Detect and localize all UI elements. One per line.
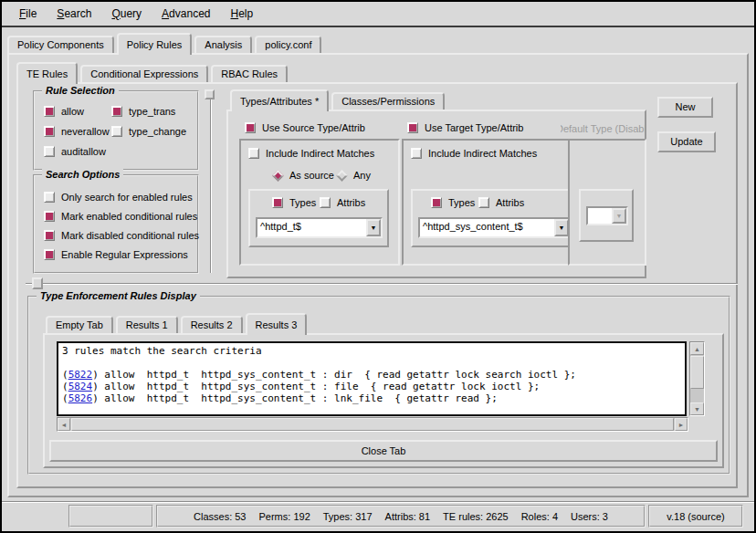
checkbox-source-types[interactable]: Types (272, 197, 316, 208)
rule-row: (5822) allow httpd_t httpd_sys_content_t… (62, 369, 681, 381)
checkbox-only-search-enabled[interactable]: Only search for enabled rules (44, 192, 193, 203)
main-tab-bar: Policy Components Policy Rules Analysis … (7, 31, 324, 53)
checkbox-target-attribs[interactable]: Attribs (478, 197, 524, 208)
menu-item-help[interactable]: Help (220, 3, 263, 25)
checkbox-use-target-type[interactable]: Use Target Type/Attrib (407, 122, 523, 133)
checkbox-type-trans[interactable]: type_trans (111, 106, 175, 117)
stat-perms: Perms: 192 (253, 511, 317, 522)
tab-policy-components[interactable]: Policy Components (7, 36, 114, 53)
checkbox-indicator (431, 197, 442, 208)
status-box-counts: Classes: 53 Perms: 192 Types: 317 Attrib… (156, 505, 646, 528)
checkbox-enable-regex[interactable]: Enable Regular Expressions (44, 249, 188, 260)
checkbox-indicator (44, 249, 55, 260)
checkbox-source-include-indirect[interactable]: Include Indirect Matches (248, 148, 374, 159)
checkbox-target-include-indirect[interactable]: Include Indirect Matches (411, 148, 537, 159)
checkbox-indicator (44, 146, 55, 157)
tab-results-1[interactable]: Results 1 (116, 316, 178, 333)
checkbox-indicator (411, 148, 422, 159)
radio-indicator (272, 170, 284, 182)
dropdown-arrow-icon[interactable]: ▼ (554, 219, 569, 236)
status-box-version: v.18 (source) (648, 505, 743, 528)
tab-policy-conf[interactable]: policy.conf (255, 36, 321, 53)
scroll-right-icon[interactable]: ► (675, 418, 688, 431)
results-tab-bar: Empty Tab Results 1 Results 2 Results 3 (46, 311, 310, 333)
checkbox-allow[interactable]: allow (44, 106, 84, 117)
rule-link[interactable]: 5824 (68, 381, 93, 392)
tab-policy-rules[interactable]: Policy Rules (117, 33, 193, 55)
subtab-conditional-expressions[interactable]: Conditional Expressions (80, 65, 208, 82)
apol-window: File Search Query Advanced Help Policy C… (0, 0, 756, 533)
checkbox-target-types[interactable]: Types (431, 197, 475, 208)
checkbox-indicator (248, 148, 259, 159)
radio-indicator (336, 170, 348, 182)
checkbox-source-attribs[interactable]: Attribs (320, 197, 365, 208)
scroll-up-icon[interactable]: ▲ (690, 342, 704, 355)
checkbox-mark-disabled-conditional[interactable]: Mark disabled conditional rules (44, 230, 199, 241)
rule-link[interactable]: 5826 (68, 392, 93, 404)
stat-users: Users: 3 (564, 511, 614, 522)
menu-item-search[interactable]: Search (47, 3, 101, 25)
stat-classes: Classes: 53 (187, 511, 252, 522)
tab-results-3[interactable]: Results 3 (246, 313, 308, 335)
target-type-combobox[interactable]: ^httpd_sys_content_t$ ▼ (418, 217, 571, 238)
vertical-sash-handle[interactable] (205, 89, 215, 99)
checkbox-indicator (111, 106, 122, 117)
menu-item-advanced[interactable]: Advanced (152, 3, 220, 25)
stat-types: Types: 317 (317, 511, 379, 522)
scroll-left-icon[interactable]: ◄ (58, 418, 70, 431)
target-types-frame: Types Attribs ^httpd_sys_content_t$ ▼ (411, 189, 577, 247)
stat-roles: Roles: 4 (515, 511, 564, 522)
default-type-combobox: ▼ (586, 206, 628, 225)
target-frame: Include Indirect Matches Types Attribs ^… (402, 139, 586, 266)
checkbox-indicator (44, 126, 55, 137)
checkbox-indicator (44, 211, 55, 222)
dropdown-arrow-icon[interactable]: ▼ (366, 219, 381, 236)
menu-item-file[interactable]: File (9, 3, 47, 25)
rule-link[interactable]: 5822 (68, 369, 93, 381)
group-te-rules-display-title: Type Enforcement Rules Display (37, 290, 200, 301)
default-type-label: Default Type (Disabled) (561, 123, 645, 134)
checkbox-neverallow[interactable]: neverallow (44, 126, 110, 137)
default-type-frame: ▼ (568, 139, 646, 266)
scrollbar-thumb[interactable] (71, 418, 674, 431)
checkbox-mark-enabled-conditional[interactable]: Mark enabled conditional rules (44, 211, 197, 222)
radio-as-source[interactable]: As source (272, 170, 334, 181)
checkbox-indicator (44, 230, 55, 241)
tab-classes-permissions[interactable]: Classes/Permissions (331, 92, 445, 110)
subtab-rbac-rules[interactable]: RBAC Rules (211, 65, 288, 82)
results-horizontal-scrollbar[interactable]: ◄ ► (57, 417, 688, 432)
group-rule-selection-title: Rule Selection (42, 85, 119, 96)
checkbox-type-change[interactable]: type_change (111, 126, 186, 137)
source-type-combobox[interactable]: ^httpd_t$ ▼ (256, 217, 383, 238)
tab-types-attributes[interactable]: Types/Attributes * (230, 89, 329, 111)
new-button[interactable]: New (657, 97, 713, 118)
horizontal-sash-handle[interactable] (32, 277, 43, 289)
horizontal-sash[interactable] (26, 283, 738, 285)
tab-results-2[interactable]: Results 2 (181, 316, 243, 333)
close-tab-button[interactable]: Close Tab (49, 440, 718, 462)
checkbox-auditallow[interactable]: auditallow (44, 146, 106, 157)
status-box-empty (68, 505, 153, 528)
source-types-frame: Types Attribs ^httpd_t$ ▼ (248, 189, 389, 247)
vertical-sash[interactable] (210, 89, 212, 273)
checkbox-indicator (478, 197, 489, 208)
update-button[interactable]: Update (657, 131, 716, 152)
checkbox-indicator (272, 197, 283, 208)
tab-empty-tab[interactable]: Empty Tab (46, 316, 113, 333)
stat-attribs: Attribs: 81 (379, 511, 437, 522)
results-header: 3 rules match the search criteria (62, 345, 681, 357)
scroll-down-icon[interactable]: ▼ (690, 402, 704, 415)
results-vertical-scrollbar[interactable]: ▲ ▼ (689, 341, 705, 416)
scrollbar-thumb[interactable] (690, 356, 704, 389)
checkbox-indicator (320, 197, 331, 208)
tab-analysis[interactable]: Analysis (194, 36, 252, 53)
results-textarea[interactable]: 3 rules match the search criteria (5822)… (57, 341, 687, 416)
checkbox-use-source-type[interactable]: Use Source Type/Attrib (245, 122, 365, 133)
radio-any[interactable]: Any (336, 170, 371, 181)
menu-item-query[interactable]: Query (101, 3, 152, 25)
checkbox-indicator (44, 106, 55, 117)
group-te-rules-display: Type Enforcement Rules Display Empty Tab… (27, 296, 730, 475)
subtab-te-rules[interactable]: TE Rules (16, 62, 78, 84)
policy-stats: Classes: 53 Perms: 192 Types: 317 Attrib… (187, 511, 614, 522)
checkbox-indicator (245, 122, 256, 133)
